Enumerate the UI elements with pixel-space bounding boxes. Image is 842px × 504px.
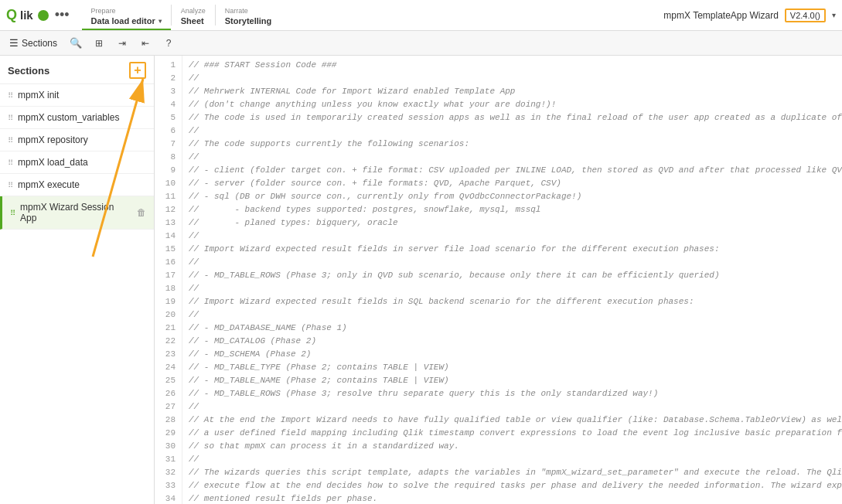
qlik-q: Q — [6, 7, 17, 23]
sections-icon: ☰ — [9, 37, 19, 49]
indent-more-button[interactable]: ⇥ — [111, 33, 133, 53]
nav-narrate[interactable]: Narrate Storytelling — [216, 0, 281, 30]
add-section-button[interactable]: + — [129, 62, 146, 79]
line-numbers: 1234567891011121314151617181920212223242… — [155, 56, 182, 504]
drag-handle-icon: ⠿ — [8, 91, 13, 100]
drag-handle-icon: ⠿ — [8, 136, 13, 145]
toolbar: ☰ Sections 🔍 ⊞ ⇥ ⇤ ? — [0, 31, 842, 56]
sections-label: Sections — [22, 38, 57, 49]
app-chevron[interactable]: ▾ — [832, 11, 836, 19]
help-icon: ? — [166, 38, 172, 49]
analyze-main-label: Sheet — [181, 16, 206, 26]
sidebar-item-mpmx-repository[interactable]: ⠿ mpmX repository — [0, 129, 154, 152]
indent-less-button[interactable]: ⇤ — [135, 33, 156, 53]
sidebar-item-label: mpmX load_data — [18, 157, 146, 168]
drag-handle-icon: ⠿ — [10, 209, 15, 217]
narrate-main-label: Storytelling — [225, 16, 272, 26]
sidebar-item-label: mpmX init — [18, 90, 146, 100]
sections-view-button[interactable]: ⊞ — [88, 33, 110, 53]
nav-analyze[interactable]: Analyze Sheet — [172, 0, 215, 30]
more-options-button[interactable]: ••• — [55, 7, 70, 23]
drag-handle-icon: ⠿ — [8, 114, 13, 122]
narrate-small-label: Narrate — [225, 7, 272, 15]
sidebar-title: Sections — [8, 65, 49, 77]
sidebar-item-mpmx-execute[interactable]: ⠿ mpmX execute — [0, 174, 154, 196]
sidebar-item-mpmx-wizard-session-app[interactable]: ⠿ mpmX Wizard Session App 🗑 — [0, 196, 154, 230]
top-bar: Q lik ••• Prepare Data load editor ▾ Ana… — [0, 0, 842, 31]
sidebar-item-label: mpmX repository — [18, 135, 146, 145]
grid-icon: ⊞ — [95, 38, 103, 49]
qlik-text: lik — [20, 9, 33, 22]
sidebar-item-label: mpmX custom_variables — [18, 112, 146, 123]
prepare-main-label: Data load editor ▾ — [91, 16, 162, 26]
code-lines: // ### START Session Code ###//// Mehrwe… — [182, 56, 842, 504]
sidebar-item-label: mpmX execute — [18, 179, 146, 190]
prepare-dropdown-arrow: ▾ — [159, 18, 162, 25]
search-button[interactable]: 🔍 — [65, 33, 87, 53]
analyze-small-label: Analyze — [181, 7, 206, 15]
delete-section-icon[interactable]: 🗑 — [137, 207, 146, 218]
qlik-logo: Q lik — [6, 7, 49, 23]
indent-less-icon: ⇤ — [141, 38, 149, 49]
nav-prepare[interactable]: Prepare Data load editor ▾ — [82, 0, 171, 30]
drag-handle-icon: ⠿ — [8, 181, 13, 189]
main-layout: Sections + ⠿ mpmX init ⠿ mpmX custom_var… — [0, 56, 842, 504]
top-right-area: mpmX TemplateApp Wizard V2.4.0() ▾ — [663, 9, 836, 22]
code-content: 1234567891011121314151617181920212223242… — [155, 56, 842, 504]
sections-toggle-button[interactable]: ☰ Sections — [3, 33, 63, 53]
sidebar: Sections + ⠿ mpmX init ⠿ mpmX custom_var… — [0, 56, 155, 504]
help-button[interactable]: ? — [158, 33, 179, 53]
indent-more-icon: ⇥ — [118, 38, 126, 49]
search-icon: 🔍 — [70, 37, 82, 49]
sidebar-item-label: mpmX Wizard Session App — [20, 202, 132, 223]
top-nav: Prepare Data load editor ▾ Analyze Sheet… — [82, 0, 664, 30]
sidebar-header: Sections + — [0, 56, 154, 84]
drag-handle-icon: ⠿ — [8, 158, 13, 167]
code-editor[interactable]: 1234567891011121314151617181920212223242… — [155, 56, 842, 504]
qlik-icon — [38, 10, 49, 21]
sidebar-item-mpmx-custom-variables[interactable]: ⠿ mpmX custom_variables — [0, 107, 154, 129]
version-badge[interactable]: V2.4.0() — [785, 9, 826, 22]
app-name-label: mpmX TemplateApp Wizard — [663, 10, 779, 21]
sidebar-item-mpmx-init[interactable]: ⠿ mpmX init — [0, 84, 154, 107]
prepare-small-label: Prepare — [91, 7, 162, 15]
sidebar-item-mpmx-load-data[interactable]: ⠿ mpmX load_data — [0, 152, 154, 174]
